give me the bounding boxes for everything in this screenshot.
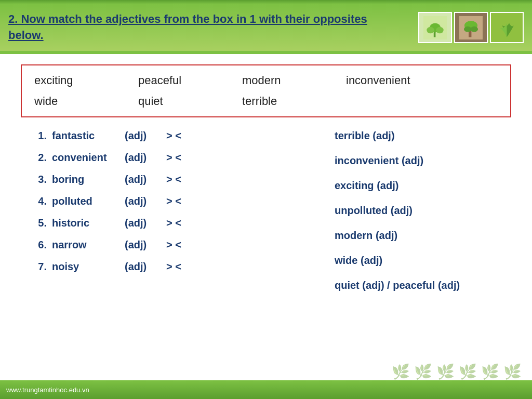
item-number: 7. — [31, 259, 47, 274]
header-image-3 — [490, 12, 524, 43]
exercise-area: 1. fantastic (adj) > < 2. convenient (ad… — [0, 128, 532, 302]
vocab-word-peaceful: peaceful — [138, 74, 211, 87]
item-arrows: > < — [166, 259, 181, 274]
item-arrows: > < — [166, 150, 181, 165]
item-arrows: > < — [166, 171, 181, 187]
exercise-left-column: 1. fantastic (adj) > < 2. convenient (ad… — [10, 128, 324, 302]
item-word: noisy — [52, 259, 125, 274]
grass-1: 🌿 — [392, 363, 410, 380]
item-adj: (adj) — [125, 215, 166, 231]
item-arrows: > < — [166, 215, 181, 231]
vocab-box: exciting peaceful modern inconvenient wi… — [21, 64, 511, 117]
item-adj: (adj) — [125, 128, 166, 143]
svg-point-9 — [471, 26, 478, 32]
exercise-item: 7. noisy (adj) > < — [31, 259, 324, 274]
grass-3: 🌿 — [436, 363, 455, 380]
header-image-1 — [418, 12, 452, 43]
item-arrows: > < — [166, 128, 181, 143]
item-word: narrow — [52, 237, 125, 252]
item-number: 4. — [31, 193, 47, 209]
header-images — [418, 12, 524, 43]
answer-item: terrible (adj) — [335, 128, 522, 143]
answer-item: modern (adj) — [335, 228, 522, 243]
item-word: historic — [52, 215, 125, 231]
item-number: 5. — [31, 215, 47, 231]
item-word: polluted — [52, 193, 125, 209]
vocab-word-wide: wide — [34, 95, 107, 108]
item-arrows: > < — [166, 193, 181, 209]
answer-item: exciting (adj) — [335, 178, 522, 193]
grass-6: 🌿 — [503, 363, 522, 380]
vocab-word-quiet: quiet — [138, 95, 211, 108]
green-stripe — [0, 51, 532, 54]
vocab-row-2: wide quiet terrible — [34, 95, 498, 108]
grass-4: 🌿 — [459, 363, 477, 380]
exercise-right-column: terrible (adj)inconvenient (adj)exciting… — [324, 128, 522, 302]
svg-point-3 — [427, 26, 434, 33]
item-word: fantastic — [52, 128, 125, 143]
item-word: boring — [52, 171, 125, 187]
grass-decoration: 🌿 🌿 🌿 🌿 🌿 🌿 — [392, 363, 522, 380]
item-adj: (adj) — [125, 150, 166, 165]
svg-point-4 — [436, 26, 443, 33]
bottom-bar: www.trungtamtinhoc.edu.vn — [0, 380, 532, 399]
answer-item: unpolluted (adj) — [335, 203, 522, 218]
header: 2. Now match the adjectives from the box… — [0, 4, 532, 51]
vocab-row-1: exciting peaceful modern inconvenient — [34, 74, 498, 87]
page-title: 2. Now match the adjectives from the box… — [8, 11, 372, 44]
item-number: 2. — [31, 150, 47, 165]
vocab-word-terrible: terrible — [242, 95, 315, 108]
website-label: www.trungtamtinhoc.edu.vn — [6, 386, 89, 394]
vocab-word-inconvenient: inconvenient — [346, 74, 419, 87]
exercise-item: 3. boring (adj) > < — [31, 171, 324, 187]
grass-5: 🌿 — [481, 363, 499, 380]
answer-item: inconvenient (adj) — [335, 153, 522, 168]
top-bar — [0, 0, 532, 4]
grass-2: 🌿 — [414, 363, 432, 380]
item-adj: (adj) — [125, 193, 166, 209]
header-image-2 — [454, 12, 488, 43]
exercise-item: 1. fantastic (adj) > < — [31, 128, 324, 143]
item-adj: (adj) — [125, 171, 166, 187]
item-number: 1. — [31, 128, 47, 143]
exercise-item: 6. narrow (adj) > < — [31, 237, 324, 252]
item-word: convenient — [52, 150, 125, 165]
vocab-word-modern: modern — [242, 74, 315, 87]
item-number: 3. — [31, 171, 47, 187]
item-arrows: > < — [166, 237, 181, 252]
item-adj: (adj) — [125, 237, 166, 252]
vocab-word-exciting: exciting — [34, 74, 107, 87]
svg-point-8 — [464, 26, 471, 32]
answer-item: quiet (adj) / peaceful (adj) — [335, 277, 522, 293]
item-adj: (adj) — [125, 259, 166, 274]
item-number: 6. — [31, 237, 47, 252]
exercise-item: 5. historic (adj) > < — [31, 215, 324, 231]
exercise-item: 2. convenient (adj) > < — [31, 150, 324, 165]
exercise-item: 4. polluted (adj) > < — [31, 193, 324, 209]
answer-item: wide (adj) — [335, 252, 522, 268]
